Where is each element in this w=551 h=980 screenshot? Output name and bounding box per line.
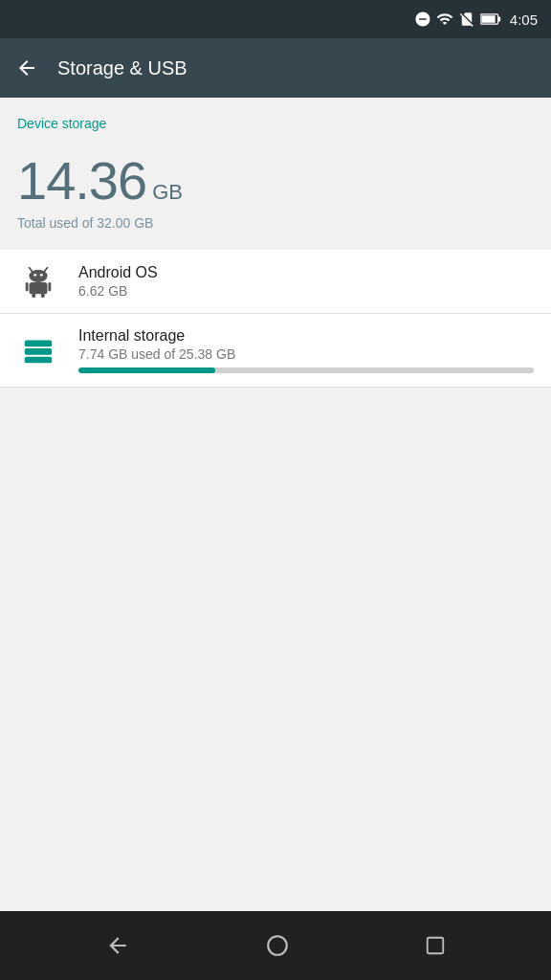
storage-used-display: 14.36 GB (17, 149, 534, 212)
back-button[interactable] (15, 56, 38, 79)
device-storage-section: Device storage (0, 98, 551, 140)
svg-rect-15 (25, 357, 53, 364)
svg-point-5 (30, 270, 48, 282)
android-os-title: Android OS (78, 264, 534, 281)
nav-home-button[interactable] (257, 925, 298, 966)
nav-bar (0, 911, 551, 980)
app-bar-title: Storage & USB (57, 57, 187, 79)
android-os-subtitle: 6.62 GB (78, 283, 534, 299)
svg-rect-11 (32, 293, 35, 298)
svg-rect-13 (25, 341, 53, 347)
storage-used-number: 14.36 (17, 149, 146, 212)
storage-total-label: Total used of 32.00 GB (17, 215, 534, 231)
battery-icon (480, 12, 501, 26)
device-storage-label: Device storage (17, 116, 106, 131)
content: Device storage 14.36 GB Total used of 32… (0, 98, 551, 911)
internal-storage-subtitle: 7.74 GB used of 25.38 GB (78, 346, 534, 362)
nav-back-button[interactable] (98, 925, 138, 966)
internal-storage-icon (17, 332, 59, 368)
nav-recents-button[interactable] (417, 927, 453, 964)
internal-storage-progress-fill (78, 368, 215, 373)
svg-point-7 (40, 274, 43, 277)
internal-storage-text: Internal storage 7.74 GB used of 25.38 G… (78, 327, 534, 373)
dnd-icon (414, 11, 431, 28)
svg-rect-1 (498, 16, 500, 21)
internal-storage-progress-container (78, 368, 534, 373)
svg-rect-8 (30, 282, 48, 294)
svg-rect-2 (481, 15, 495, 23)
wifi-icon (436, 11, 453, 28)
svg-point-6 (33, 274, 36, 277)
status-bar: 4:05 (0, 0, 551, 38)
storage-used-unit: GB (152, 180, 183, 205)
svg-point-16 (268, 936, 287, 955)
no-sim-icon (458, 11, 475, 28)
storage-summary: 14.36 GB Total used of 32.00 GB (0, 140, 551, 250)
svg-rect-14 (25, 348, 53, 355)
status-time: 4:05 (510, 11, 538, 28)
internal-storage-item[interactable]: Internal storage 7.74 GB used of 25.38 G… (0, 314, 551, 388)
status-icons: 4:05 (414, 11, 538, 28)
app-bar: Storage & USB (0, 38, 551, 98)
android-os-icon (17, 263, 59, 300)
android-os-item[interactable]: Android OS 6.62 GB (0, 250, 551, 314)
svg-rect-9 (26, 282, 29, 292)
internal-storage-title: Internal storage (78, 327, 534, 345)
svg-rect-17 (427, 938, 443, 954)
svg-rect-12 (41, 293, 45, 298)
svg-rect-10 (48, 282, 51, 292)
android-os-text: Android OS 6.62 GB (78, 264, 534, 299)
